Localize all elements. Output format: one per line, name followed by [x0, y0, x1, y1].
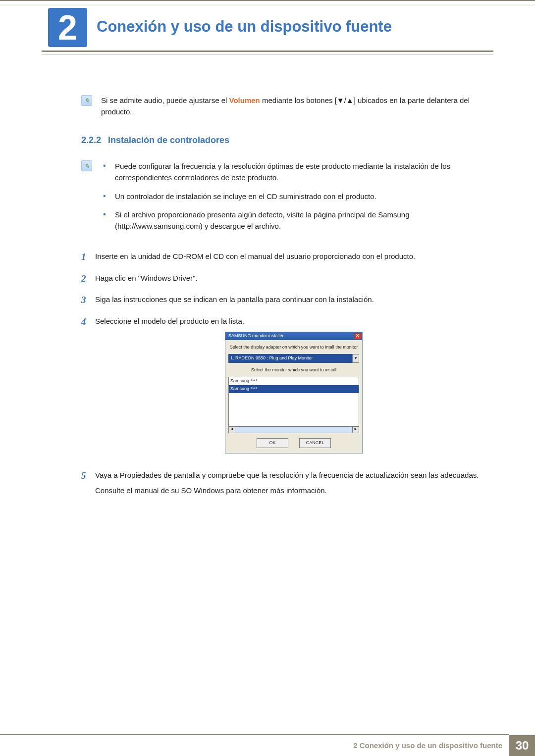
step-number: 3: [81, 293, 95, 307]
chapter-number-block: 2: [48, 8, 87, 47]
footer-text: 2 Conexión y uso de un dispositivo fuent…: [353, 735, 509, 756]
note-highlight: Volumen: [229, 96, 260, 104]
list-item: Si el archivo proporcionado presenta alg…: [101, 209, 492, 232]
drivers-note-block: ✎ Puede configurar la frecuencia y la re…: [81, 160, 492, 239]
step-5-text: Vaya a Propiedades de pantalla y comprue…: [95, 471, 479, 479]
dialog-label-adapter: Select the display adapter on which you …: [228, 344, 359, 351]
content-area: ✎ Si se admite audio, puede ajustarse el…: [81, 95, 492, 503]
list-item: Puede configurar la frecuencia y la reso…: [101, 160, 492, 184]
note-icon: ✎: [81, 160, 92, 171]
step-row: 1 Inserte en la unidad de CD-ROM el CD c…: [81, 250, 492, 264]
header-rule-thin: [42, 54, 493, 55]
dialog-titlebar: SAMSUNG monitor installer ✕: [225, 332, 362, 340]
monitor-listbox[interactable]: Samsung **** Samsung ****: [228, 377, 359, 426]
scroll-track[interactable]: [235, 426, 352, 433]
step-text: Seleccione el modelo del producto en la …: [95, 314, 492, 461]
cancel-button[interactable]: CANCEL: [299, 438, 331, 448]
list-item: Un controlador de instalación se incluye…: [101, 191, 492, 202]
subsection-number: 2.2.2: [81, 135, 101, 145]
subsection-title: Instalación de controladores: [108, 135, 229, 145]
dialog-title: SAMSUNG monitor installer: [228, 333, 284, 340]
note-before: Si se admite audio, puede ajustarse el: [101, 96, 229, 104]
step-text: Siga las instrucciones que se indican en…: [95, 293, 492, 307]
step-text: Inserte en la unidad de CD-ROM el CD con…: [95, 250, 492, 264]
install-steps: 1 Inserte en la unidad de CD-ROM el CD c…: [81, 250, 492, 496]
subsection-heading: 2.2.2Instalación de controladores: [81, 135, 492, 146]
horizontal-scrollbar[interactable]: ◄ ►: [228, 426, 359, 433]
step-row: 5 Vaya a Propiedades de pantalla y compr…: [81, 468, 492, 497]
step-5-extra: Consulte el manual de su SO Windows para…: [95, 485, 492, 496]
dialog-body: Select the display adapter on which you …: [225, 340, 362, 453]
audio-note-text: Si se admite audio, puede ajustarse el V…: [101, 95, 492, 117]
installer-dialog: SAMSUNG monitor installer ✕ Select the d…: [225, 332, 363, 454]
step-4-text: Seleccione el modelo del producto en la …: [95, 317, 244, 325]
step-text: Vaya a Propiedades de pantalla y comprue…: [95, 468, 492, 497]
list-item[interactable]: Samsung ****: [229, 385, 359, 393]
step-row: 4 Seleccione el modelo del producto en l…: [81, 314, 492, 461]
adapter-combobox[interactable]: 1. RADEON 9550 : Plug and Play Monitor ▼: [228, 354, 359, 363]
adapter-selected: 1. RADEON 9550 : Plug and Play Monitor: [228, 354, 352, 363]
dialog-label-monitor: Select the monitor which you want to ins…: [228, 367, 359, 374]
list-item[interactable]: Samsung ****: [229, 377, 359, 385]
chapter-number: 2: [58, 10, 77, 45]
step-row: 2 Haga clic en "Windows Driver".: [81, 271, 492, 286]
step-text: Haga clic en "Windows Driver".: [95, 271, 492, 286]
scroll-right-icon[interactable]: ►: [352, 426, 359, 433]
note-icon: ✎: [81, 95, 92, 106]
close-icon[interactable]: ✕: [354, 333, 361, 339]
ok-button[interactable]: OK: [257, 438, 288, 448]
step-number: 2: [81, 271, 95, 286]
chapter-title: Conexión y uso de un dispositivo fuente: [97, 18, 392, 36]
page-footer: 2 Conexión y uso de un dispositivo fuent…: [0, 735, 535, 756]
step-row: 3 Siga las instrucciones que se indican …: [81, 293, 492, 307]
dialog-button-row: OK CANCEL: [228, 438, 359, 448]
audio-note: ✎ Si se admite audio, puede ajustarse el…: [81, 95, 492, 117]
page-header: 2 Conexión y uso de un dispositivo fuent…: [0, 1, 535, 65]
step-number: 4: [81, 314, 95, 461]
chevron-down-icon[interactable]: ▼: [352, 354, 359, 363]
scroll-left-icon[interactable]: ◄: [228, 426, 235, 433]
step-number: 5: [81, 468, 95, 497]
drivers-bullet-list: Puede configurar la frecuencia y la reso…: [101, 160, 492, 239]
step-number: 1: [81, 250, 95, 264]
page-number: 30: [509, 735, 535, 756]
header-rule-thick: [42, 50, 493, 52]
